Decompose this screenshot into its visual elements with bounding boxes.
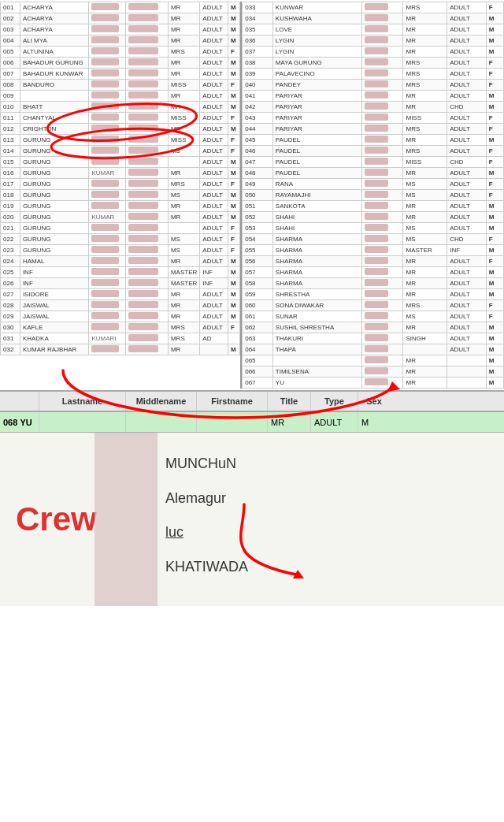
cell-lastname: ISIDORE bbox=[20, 289, 89, 300]
table-row: 003 ACHARYA MR ADULT M bbox=[1, 24, 240, 35]
cell-title: MRS bbox=[168, 179, 199, 190]
cell-middlename: KUMAR bbox=[89, 212, 126, 223]
cell-firstname bbox=[362, 311, 403, 322]
cell-lastname: SHARMA bbox=[272, 278, 361, 289]
cell-num: 059 bbox=[243, 289, 273, 300]
cell-num: 048 bbox=[243, 168, 273, 179]
cell-firstname bbox=[362, 333, 403, 344]
cell-type: ADULT bbox=[447, 46, 487, 58]
cell-lastname: KUNWAR bbox=[272, 2, 361, 13]
cell-type: ADULT bbox=[200, 146, 228, 157]
table-row: 034 KUSHWAHA MR ADULT M bbox=[243, 13, 504, 24]
cell-title: MR bbox=[168, 344, 199, 355]
crew-handwritten-area: MUNCHuN Alemagur luc KHATIWADA bbox=[158, 433, 504, 606]
cell-sex: M bbox=[228, 256, 240, 267]
cell-middlename bbox=[89, 157, 126, 168]
cell-lastname: INF bbox=[20, 278, 89, 289]
cell-firstname bbox=[126, 135, 169, 146]
cell-sex: M bbox=[486, 35, 503, 46]
cell-type: ADULT bbox=[200, 157, 228, 168]
cell-num: 061 bbox=[243, 311, 273, 322]
table-row: 052 SHAHI MR ADULT M bbox=[243, 212, 504, 223]
cell-firstname bbox=[362, 378, 403, 389]
highlighted-lastname bbox=[39, 412, 126, 432]
cell-firstname bbox=[126, 256, 169, 267]
cell-firstname bbox=[126, 278, 169, 289]
cell-num: 046 bbox=[243, 146, 273, 157]
cell-firstname bbox=[362, 278, 403, 289]
cell-sex: M bbox=[486, 378, 503, 389]
cell-firstname bbox=[362, 179, 403, 190]
highlighted-middlename bbox=[126, 412, 197, 432]
cell-num: 003 bbox=[1, 24, 20, 35]
cell-type: ADULT bbox=[200, 102, 228, 113]
cell-sex: M bbox=[228, 201, 240, 212]
cell-lastname: GURUNG bbox=[20, 223, 89, 234]
cell-sex: M bbox=[486, 267, 503, 278]
cell-firstname bbox=[362, 13, 403, 24]
cell-title: MRS bbox=[403, 69, 447, 80]
cell-type: ADULT bbox=[447, 13, 487, 24]
cell-num: 023 bbox=[1, 245, 20, 256]
cell-type: ADULT bbox=[200, 223, 228, 234]
cell-type: ADULT bbox=[200, 322, 228, 333]
cell-firstname bbox=[126, 212, 169, 223]
cell-num: 043 bbox=[243, 113, 273, 124]
cell-sex: M bbox=[486, 333, 503, 344]
cell-lastname: ALI MYA bbox=[20, 35, 89, 46]
cell-sex: M bbox=[228, 168, 240, 179]
cell-middlename bbox=[89, 102, 126, 113]
cell-sex: F bbox=[486, 124, 503, 135]
cell-num: 045 bbox=[243, 135, 273, 146]
cell-num: 063 bbox=[243, 333, 273, 344]
cell-num: 064 bbox=[243, 344, 273, 355]
table-row: 006 BAHADUR GURUNG MR ADULT M bbox=[1, 58, 240, 69]
cell-type: ADULT bbox=[200, 69, 228, 80]
cell-lastname: PARIYAR bbox=[272, 124, 361, 135]
cell-middlename bbox=[89, 300, 126, 311]
cell-num: 026 bbox=[1, 278, 20, 289]
cell-title: MR bbox=[168, 124, 199, 135]
cell-firstname bbox=[126, 322, 169, 333]
cell-sex: M bbox=[486, 168, 503, 179]
cell-sex: M bbox=[486, 135, 503, 146]
cell-firstname bbox=[362, 245, 403, 256]
cell-title: MR bbox=[403, 378, 447, 389]
cell-title: MR bbox=[403, 102, 447, 113]
cell-lastname: SHRESTHA bbox=[272, 289, 361, 300]
cell-firstname bbox=[126, 113, 169, 124]
cell-lastname: SHAHI bbox=[272, 223, 361, 234]
cell-firstname bbox=[362, 366, 403, 378]
cell-lastname: ALTUNINA bbox=[20, 46, 89, 58]
cell-num: 024 bbox=[1, 256, 20, 267]
cell-type: AD bbox=[200, 333, 228, 344]
table-row: 007 BAHADUR KUNWAR MR ADULT M bbox=[1, 69, 240, 80]
highlighted-passenger-row: 068 YU MR ADULT M bbox=[0, 412, 504, 433]
cell-sex: F bbox=[228, 322, 240, 333]
cell-type: ADULT bbox=[200, 35, 228, 46]
table-row: 015 GURUNG ADULT M bbox=[1, 157, 240, 168]
table-row: 002 ACHARYA MR ADULT M bbox=[1, 13, 240, 24]
cell-type: ADULT bbox=[447, 212, 487, 223]
cell-sex: M bbox=[486, 322, 503, 333]
cell-title: MR bbox=[168, 102, 199, 113]
cell-num: 065 bbox=[243, 355, 273, 366]
cell-lastname: PARIYAR bbox=[272, 102, 361, 113]
cell-sex: M bbox=[228, 190, 240, 201]
cell-title: MR bbox=[168, 13, 199, 24]
cell-num: 004 bbox=[1, 35, 20, 46]
table-row: 005 ALTUNINA MRS ADULT F bbox=[1, 46, 240, 58]
cell-firstname bbox=[126, 124, 169, 135]
cell-firstname bbox=[362, 289, 403, 300]
table-row: 022 GURUNG MS ADULT F bbox=[1, 234, 240, 245]
two-col-wrapper: 001 ACHARYA MR ADULT M 002 ACHARYA MR AD… bbox=[0, 2, 504, 389]
cell-lastname: SHARMA bbox=[272, 256, 361, 267]
table-row: 042 PARIYAR MR CHD M bbox=[243, 102, 504, 113]
cell-lastname: SHARMA bbox=[272, 267, 361, 278]
cell-title bbox=[168, 223, 199, 234]
table-row: 063 THAKURI SINGH ADULT M bbox=[243, 333, 504, 344]
cell-sex: M bbox=[486, 245, 503, 256]
cell-title: MS bbox=[403, 223, 447, 234]
cell-type: ADULT bbox=[447, 300, 487, 311]
cell-title: MASTER bbox=[168, 278, 199, 289]
